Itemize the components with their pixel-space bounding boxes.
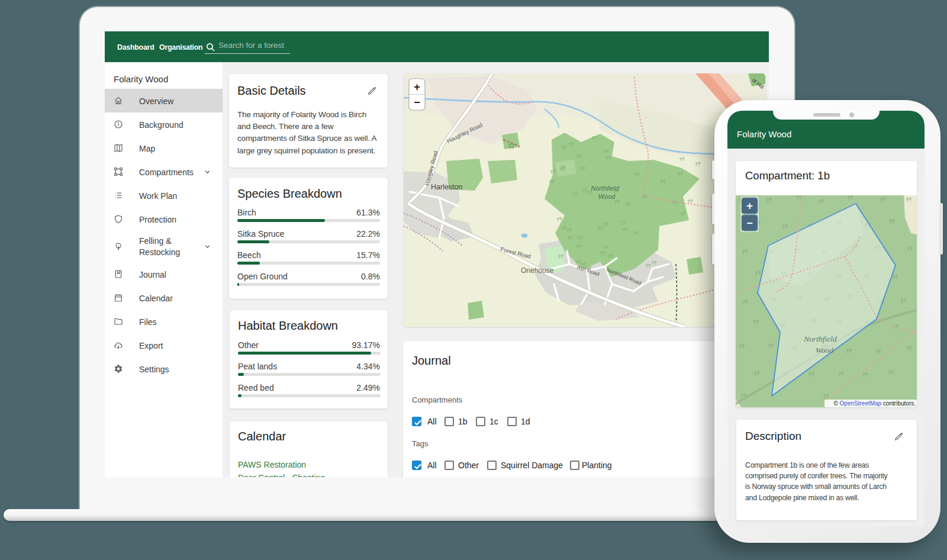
svg-text:+: + [746,199,753,212]
svg-text:−: − [746,217,753,229]
svg-text:−: − [414,96,420,108]
svg-text:Northfield: Northfield [803,334,837,343]
svg-text:© OpenStreetMap contributors.: © OpenStreetMap contributors. [833,400,916,407]
svg-text:+: + [414,81,420,93]
svg-text:Harleston: Harleston [431,183,463,191]
svg-text:Wood: Wood [598,193,616,200]
svg-text:Wood: Wood [816,346,834,355]
svg-text:Onehouse: Onehouse [521,266,554,275]
svg-text:Northfield: Northfield [591,185,619,192]
